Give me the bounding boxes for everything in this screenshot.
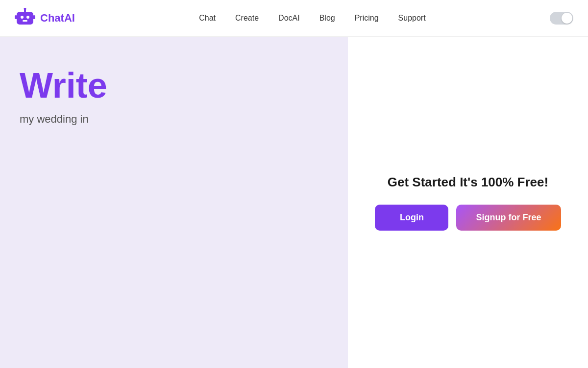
theme-toggle[interactable]: [550, 12, 573, 25]
navbar: ChatAI Chat Create DocAI Blog Pricing Su…: [0, 0, 588, 37]
svg-rect-0: [17, 12, 33, 25]
brand-name: ChatAI: [40, 12, 75, 25]
nav-create[interactable]: Create: [235, 14, 259, 23]
svg-point-2: [26, 16, 29, 19]
svg-rect-9: [33, 15, 35, 19]
hero-heading: Write: [20, 66, 107, 105]
brand-area: ChatAI: [15, 8, 75, 28]
cta-panel: Get Started It's 100% Free! Login Signup…: [348, 37, 588, 368]
hero-panel: Write my wedding in: [0, 37, 348, 368]
svg-rect-8: [15, 15, 17, 19]
hero-subtitle: my wedding in: [20, 113, 89, 126]
svg-rect-3: [23, 20, 27, 22]
toggle-knob: [562, 13, 572, 24]
svg-point-1: [21, 16, 24, 19]
nav-links: Chat Create DocAI Blog Pricing Support: [199, 14, 425, 23]
nav-pricing[interactable]: Pricing: [355, 14, 379, 23]
signup-button[interactable]: Signup for Free: [456, 205, 561, 231]
navbar-actions: [550, 12, 573, 25]
main-content: Write my wedding in Get Started It's 100…: [0, 37, 588, 368]
login-button[interactable]: Login: [375, 205, 448, 231]
nav-blog[interactable]: Blog: [319, 14, 335, 23]
nav-chat[interactable]: Chat: [199, 14, 216, 23]
cta-buttons: Login Signup for Free: [375, 205, 561, 231]
nav-support[interactable]: Support: [398, 14, 426, 23]
logo-icon: [15, 8, 35, 28]
nav-docai[interactable]: DocAI: [278, 14, 300, 23]
cta-heading: Get Started It's 100% Free!: [388, 175, 548, 190]
